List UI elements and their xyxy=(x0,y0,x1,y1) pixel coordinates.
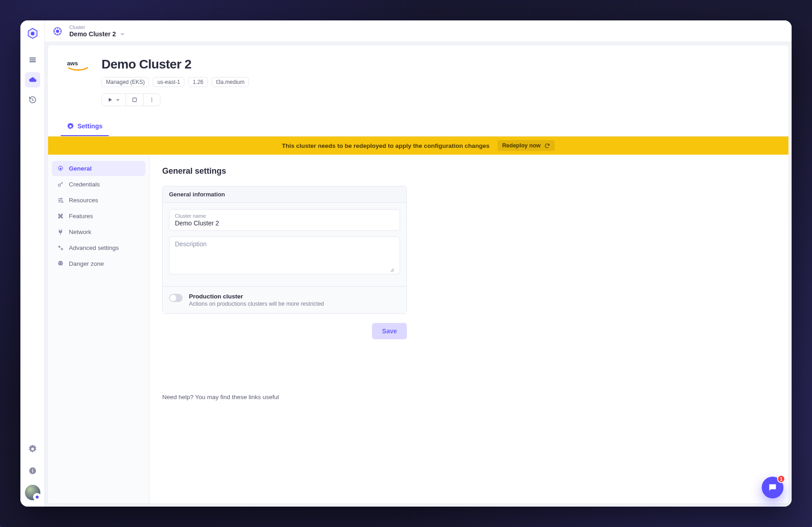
chip-region: us-east-1 xyxy=(153,77,184,87)
chat-badge: 1 xyxy=(777,475,785,483)
save-button[interactable]: Save xyxy=(372,323,407,339)
chevron-down-icon xyxy=(120,31,125,37)
sidebar-item-resources[interactable]: Resources xyxy=(52,193,145,208)
skull-icon xyxy=(57,260,64,267)
svg-point-16 xyxy=(58,246,60,248)
svg-point-5 xyxy=(56,30,59,33)
breadcrumb-label: Cluster xyxy=(69,24,125,30)
refresh-icon xyxy=(544,143,550,149)
cluster-title: Demo Cluster 2 xyxy=(102,57,249,72)
cluster-header: aws Demo Cluster 2 Managed (EKS) us-east… xyxy=(48,45,788,106)
nav-clusters[interactable] xyxy=(25,72,40,88)
description-field[interactable]: Description xyxy=(169,236,400,274)
nav-history[interactable] xyxy=(25,92,40,107)
chat-icon xyxy=(768,483,778,493)
sidebar-item-features[interactable]: Features xyxy=(52,209,145,224)
gears-icon xyxy=(57,244,64,251)
app-logo[interactable] xyxy=(26,27,39,40)
production-toggle-title: Production cluster xyxy=(189,293,324,300)
redeploy-button[interactable]: Redeploy now xyxy=(498,140,555,151)
sidebar-item-advanced[interactable]: Advanced settings xyxy=(52,240,145,255)
svg-point-11 xyxy=(60,168,62,170)
gear-icon xyxy=(57,165,64,172)
svg-point-10 xyxy=(151,101,152,102)
provider-logo-aws: aws xyxy=(66,57,90,73)
svg-point-14 xyxy=(59,200,60,201)
chip-version: 1.26 xyxy=(188,77,208,87)
sidebar-item-general[interactable]: General xyxy=(52,161,145,176)
sidebar-item-danger[interactable]: Danger zone xyxy=(52,256,145,271)
help-text: Need help? You may find these links usef… xyxy=(162,394,776,400)
svg-rect-7 xyxy=(133,98,136,102)
left-rail xyxy=(20,20,45,507)
cluster-name-field[interactable]: Cluster name xyxy=(169,209,400,231)
topbar: Cluster Demo Cluster 2 xyxy=(45,20,792,42)
chip-instance: t3a.medium xyxy=(212,77,249,87)
chip-managed: Managed (EKS) xyxy=(102,77,149,87)
settings-sidebar: General Credentials Resources Featu xyxy=(48,155,150,503)
tab-settings[interactable]: Settings xyxy=(61,117,109,136)
plug-icon xyxy=(57,229,64,235)
svg-point-12 xyxy=(58,184,61,186)
sidebar-item-credentials[interactable]: Credentials xyxy=(52,177,145,192)
redeploy-banner: This cluster needs to be redeployed to a… xyxy=(48,137,788,155)
svg-point-8 xyxy=(151,98,152,99)
user-avatar[interactable] xyxy=(25,485,40,500)
gear-icon xyxy=(67,123,74,130)
svg-point-0 xyxy=(31,32,34,35)
production-toggle[interactable] xyxy=(169,294,183,302)
svg-point-13 xyxy=(61,198,62,200)
production-toggle-subtitle: Actions on productions clusters will be … xyxy=(189,301,324,307)
breadcrumb-icon xyxy=(52,26,63,37)
general-info-panel: General information Cluster name Descrip… xyxy=(162,186,407,314)
svg-text:aws: aws xyxy=(67,60,78,67)
puzzle-icon xyxy=(57,213,64,220)
action-more[interactable] xyxy=(143,94,160,106)
svg-point-9 xyxy=(151,99,152,100)
breadcrumb[interactable]: Cluster Demo Cluster 2 xyxy=(69,24,125,38)
sidebar-item-network[interactable]: Network xyxy=(52,224,145,239)
nav-environments[interactable] xyxy=(25,52,40,68)
panel-title: General information xyxy=(163,186,406,203)
section-title: General settings xyxy=(162,166,776,176)
nav-info[interactable] xyxy=(25,463,40,478)
key-icon xyxy=(57,181,64,188)
description-input[interactable] xyxy=(175,248,394,272)
cluster-name-input[interactable] xyxy=(175,220,394,227)
svg-rect-2 xyxy=(32,470,33,473)
sliders-icon xyxy=(57,197,64,204)
action-stop[interactable] xyxy=(126,94,143,106)
svg-point-15 xyxy=(62,201,63,203)
chat-launcher[interactable]: 1 xyxy=(762,477,783,498)
action-deploy[interactable] xyxy=(102,94,126,106)
tab-label: Settings xyxy=(77,122,102,130)
svg-point-17 xyxy=(61,248,63,250)
nav-settings[interactable] xyxy=(25,441,40,457)
banner-text: This cluster needs to be redeployed to a… xyxy=(282,142,489,149)
svg-point-3 xyxy=(32,469,33,470)
breadcrumb-value: Demo Cluster 2 xyxy=(69,30,116,38)
